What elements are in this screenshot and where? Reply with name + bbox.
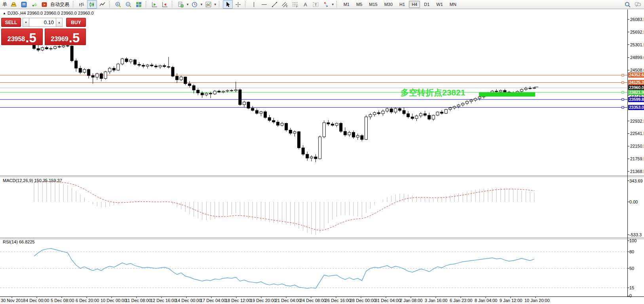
svg-text:343.69: 343.69 [629, 179, 643, 183]
timeframe-m1-button[interactable]: M1 [341, 1, 352, 8]
arrows-dropdown-arrow[interactable]: ▼ [331, 3, 334, 6]
timeframe-d1-button[interactable]: D1 [421, 1, 432, 8]
svg-text:21368.5: 21368.5 [630, 169, 644, 174]
svg-text:10 Jan 20:00: 10 Jan 20:00 [524, 298, 550, 303]
signal-icon[interactable] [29, 0, 39, 9]
svg-text:10 Dec 00:00: 10 Dec 00:00 [101, 298, 126, 303]
news-icon[interactable] [19, 0, 29, 9]
tile-windows-icon[interactable] [134, 0, 144, 9]
svg-text:21759.5: 21759.5 [630, 156, 644, 161]
svg-text:-533.3: -533.3 [629, 232, 642, 237]
clock-icon[interactable] [190, 0, 199, 9]
sell-price-button[interactable]: 23958.5 [1, 28, 43, 45]
buy-price-button[interactable]: 23969.5 [45, 28, 86, 45]
macd-indicator-label: MACD(12,26,9) 150.35 159.37 [3, 178, 62, 183]
svg-text:80: 80 [629, 249, 634, 254]
bar-chart-icon[interactable] [77, 0, 87, 9]
gold-bars-icon[interactable] [9, 0, 19, 9]
timeframe-w1-button[interactable]: W1 [433, 1, 446, 8]
toolbar-separator [172, 1, 174, 8]
timeframe-m5-button[interactable]: M5 [353, 1, 365, 8]
level-price-badge: 23821.9 [628, 90, 644, 95]
cursor-icon[interactable] [223, 0, 233, 9]
svg-text:0: 0 [629, 293, 632, 298]
trendline-icon[interactable] [270, 0, 279, 9]
zoom-out-icon[interactable] [123, 0, 133, 9]
sell-button[interactable]: SELL [1, 18, 21, 27]
svg-text:8 Jan 04:00: 8 Jan 04:00 [475, 298, 498, 303]
svg-text:12 Dec 16:00: 12 Dec 16:00 [150, 298, 176, 303]
svg-text:22541.5: 22541.5 [630, 131, 644, 136]
svg-text:E: E [286, 5, 288, 8]
timeframe-mn-button[interactable]: MN [447, 1, 459, 8]
new-order-dropdown-arrow[interactable]: ▼ [186, 3, 189, 6]
svg-text:9 Jan 12:00: 9 Jan 12:00 [500, 298, 522, 303]
zoom-in-icon[interactable] [113, 0, 123, 9]
toolbar-separator [219, 1, 221, 8]
sell-price-main: 23958 [8, 34, 25, 44]
equidistant-channel-icon[interactable]: E [280, 0, 290, 9]
buy-button[interactable]: BUY [66, 18, 86, 27]
chart-shift-icon[interactable] [160, 0, 170, 9]
orders-label[interactable]: 单 [1, 1, 8, 8]
svg-text:5 Dec 08:00: 5 Dec 08:00 [51, 298, 74, 303]
main-toolbar: 单自动交易▼▼▼EFAT▼M1M5M15M30H1H4D1W1MN [0, 0, 644, 9]
svg-text:24899.0: 24899.0 [630, 55, 644, 60]
chat-icon[interactable] [633, 0, 643, 9]
vertical-line-icon[interactable] [249, 0, 259, 9]
line-chart-icon[interactable] [97, 0, 107, 9]
svg-text:A: A [304, 2, 307, 8]
toolbar-separator [73, 1, 75, 8]
svg-text:F: F [296, 5, 298, 8]
level-price-badge: 23599.8 [628, 97, 644, 102]
svg-text:15: 15 [629, 285, 634, 290]
svg-text:3 Jan 16:00: 3 Jan 16:00 [425, 298, 448, 303]
svg-text:26 Dec 16:00: 26 Dec 16:00 [325, 298, 351, 303]
collapse-panel-arrow-icon[interactable]: ▲ [3, 11, 6, 15]
svg-text:4 Dec 00:00: 4 Dec 00:00 [26, 298, 49, 303]
volume-decrease-button[interactable]: ▼ [23, 18, 29, 27]
svg-text:14 Dec 00:00: 14 Dec 00:00 [175, 298, 201, 303]
text-label-icon[interactable]: T [311, 0, 321, 9]
auto-scroll-icon[interactable] [150, 0, 160, 9]
level-price-badge: 24352.6 [628, 72, 644, 78]
timeframe-h1-button[interactable]: H1 [397, 1, 408, 8]
fibonacci-icon[interactable]: F [290, 0, 300, 9]
svg-text:100: 100 [629, 238, 636, 243]
chart-symbol-title: ▲DJ30-,H4 23960.0 23960.0 23960.0 23960.… [3, 11, 94, 15]
horizontal-line-icon[interactable] [259, 0, 269, 9]
annotation-text[interactable]: 多空转折点23821 [401, 87, 465, 98]
svg-text:22932.5: 22932.5 [630, 119, 644, 124]
candlestick-chart-icon[interactable] [87, 0, 97, 9]
timeframe-h4-button[interactable]: H4 [409, 1, 420, 8]
toolbar-separator [245, 1, 247, 8]
volume-increase-button[interactable]: ▲ [56, 18, 63, 27]
svg-text:0.00: 0.00 [629, 200, 638, 204]
autotrading-icon[interactable] [40, 0, 49, 9]
svg-text:6 Jan 23:00: 6 Jan 23:00 [450, 298, 473, 303]
svg-text:25692.5: 25692.5 [630, 30, 644, 34]
volume-input[interactable] [29, 18, 56, 27]
volume-stepper: ▼ ▲ [23, 18, 65, 27]
level-price-badge: 24125.3 [628, 80, 644, 85]
toolbar-separator [109, 1, 111, 8]
new-order-icon[interactable] [176, 0, 186, 9]
svg-text:22150.5: 22150.5 [630, 144, 644, 148]
crosshair-icon[interactable] [233, 0, 243, 9]
indicators-dropdown-arrow[interactable]: ▼ [214, 3, 217, 6]
level-price-badge: 23353.0 [628, 105, 644, 110]
clock-dropdown-arrow[interactable]: ▼ [200, 3, 203, 6]
text-icon[interactable]: A [300, 0, 310, 9]
svg-text:30 Nov 2018: 30 Nov 2018 [1, 298, 25, 303]
sell-price-pip: .5 [25, 31, 36, 44]
chart-canvas[interactable]: 26083.525692.525301.524899.024508.023726… [0, 0, 644, 304]
indicators-icon[interactable] [203, 0, 213, 9]
svg-text:T: T [315, 2, 317, 7]
svg-text:25301.5: 25301.5 [630, 42, 644, 47]
svg-text:17 Dec 04:00: 17 Dec 04:00 [200, 298, 226, 303]
timeframe-m15-button[interactable]: M15 [366, 1, 380, 8]
svg-text:6 Dec 20:00: 6 Dec 20:00 [76, 298, 99, 303]
search-icon[interactable] [623, 0, 633, 9]
arrows-icon[interactable] [321, 0, 331, 9]
timeframe-m30-button[interactable]: M30 [382, 1, 395, 8]
